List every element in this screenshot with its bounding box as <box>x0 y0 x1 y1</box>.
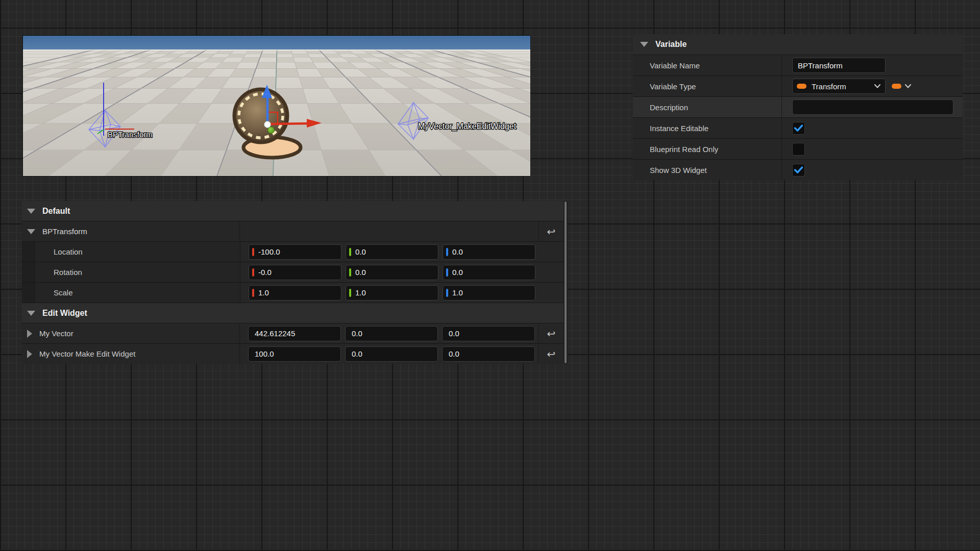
scale-y-input[interactable]: 1.0 <box>346 285 438 300</box>
my-vector-label: My Vector <box>39 329 74 338</box>
my-vector-make-edit-widget-row: My Vector Make Edit Widget 100.0 0.0 0.0… <box>22 344 564 364</box>
rotation-row: Rotation -0.0 0.0 0.0 <box>22 262 564 282</box>
expand-triangle-icon[interactable] <box>27 229 35 234</box>
check-icon <box>794 166 803 173</box>
revert-to-default-icon[interactable]: ↩ <box>547 329 556 339</box>
bptransform-actor-label: BPTransform <box>108 130 153 139</box>
z-axis-color-bar <box>446 248 448 256</box>
blueprint-read-only-checkbox[interactable] <box>792 143 805 156</box>
details-rows: Default BPTransform ↩ Location -100.0 0.… <box>22 201 564 364</box>
show-3d-widget-row: Show 3D Widget <box>633 160 963 180</box>
revert-to-default-icon[interactable]: ↩ <box>547 349 556 359</box>
my-vector-z-input[interactable]: 0.0 <box>442 326 535 341</box>
y-axis-color-bar <box>349 248 351 256</box>
location-row: Location -100.0 0.0 0.0 <box>22 242 564 262</box>
y-axis-color-bar <box>349 268 351 277</box>
my-vector-x-input[interactable]: 442.612245 <box>248 326 341 341</box>
preview-viewport[interactable]: BPTransform MyVecto <box>22 35 531 177</box>
description-row: Description <box>633 97 963 117</box>
container-type-dropdown[interactable] <box>892 84 911 89</box>
indent-gutter <box>22 283 35 303</box>
variable-section-title: Variable <box>655 40 687 49</box>
sky <box>23 36 530 49</box>
rotation-x-input[interactable]: -0.0 <box>249 265 341 280</box>
collapse-triangle-icon[interactable] <box>27 350 32 358</box>
variable-type-row: Variable Type Transform <box>633 76 963 96</box>
my-vector-make-edit-widget-label: My Vector Make Edit Widget <box>39 349 135 358</box>
edit-widget-category-header[interactable]: Edit Widget <box>22 303 564 323</box>
chevron-down-icon <box>874 84 880 88</box>
blueprint-editor-background: BPTransform MyVecto <box>0 0 980 551</box>
description-label: Description <box>650 103 688 112</box>
location-label: Location <box>54 247 83 256</box>
default-category-header[interactable]: Default <box>22 201 564 221</box>
z-axis-color-bar <box>446 289 448 297</box>
collapse-triangle-icon[interactable] <box>27 330 32 338</box>
x-axis-color-bar <box>252 248 254 256</box>
x-axis-color-bar <box>252 268 254 277</box>
variable-name-label: Variable Name <box>650 61 700 70</box>
instance-editable-label: Instance Editable <box>650 124 708 133</box>
indent-gutter <box>22 242 35 262</box>
z-axis-color-bar <box>446 268 448 277</box>
scale-row: Scale 1.0 1.0 1.0 <box>22 283 564 303</box>
blueprint-read-only-label: Blueprint Read Only <box>650 145 718 154</box>
expand-triangle-icon[interactable] <box>27 209 35 214</box>
scale-z-input[interactable]: 1.0 <box>443 285 535 300</box>
edit-widget-category-title: Edit Widget <box>42 309 87 318</box>
variable-type-label: Variable Type <box>650 82 696 91</box>
scale-x-input[interactable]: 1.0 <box>249 285 341 300</box>
expand-triangle-icon[interactable] <box>27 311 35 316</box>
my-vector-row: My Vector 442.612245 0.0 0.0 ↩ <box>22 323 564 343</box>
variable-name-input[interactable]: BPTransform <box>792 58 886 73</box>
location-z-input[interactable]: 0.0 <box>443 244 535 260</box>
horizon-haze <box>23 49 530 51</box>
expand-triangle-icon[interactable] <box>640 42 648 47</box>
instance-editable-checkbox[interactable] <box>792 122 805 135</box>
rotation-label: Rotation <box>54 268 82 277</box>
instance-editable-row: Instance Editable <box>633 118 963 138</box>
blueprint-read-only-row: Blueprint Read Only <box>633 139 963 159</box>
variable-type-dropdown[interactable]: Transform <box>792 79 886 94</box>
scrollbar-thumb[interactable] <box>565 202 567 363</box>
default-category-title: Default <box>42 207 70 216</box>
details-panel: Default BPTransform ↩ Location -100.0 0.… <box>22 201 568 364</box>
y-axis-color-bar <box>349 289 351 297</box>
viewport-scene: BPTransform MyVecto <box>23 36 530 176</box>
container-type-pill-icon <box>892 84 901 89</box>
details-scrollbar[interactable] <box>564 201 568 364</box>
transform-type-pill-icon <box>797 84 806 89</box>
description-input[interactable] <box>792 99 953 115</box>
variable-section-header[interactable]: Variable <box>633 34 963 55</box>
rotation-z-input[interactable]: 0.0 <box>443 265 535 280</box>
my-vector-make-edit-widget-z-input[interactable]: 0.0 <box>442 346 535 362</box>
scale-label: Scale <box>54 288 73 297</box>
my-vector-make-edit-widget-x-input[interactable]: 100.0 <box>248 346 341 362</box>
my-vector-y-input[interactable]: 0.0 <box>345 326 438 341</box>
gizmo-x-arrow[interactable] <box>268 123 309 124</box>
location-x-input[interactable]: -100.0 <box>249 244 341 260</box>
rotation-y-input[interactable]: 0.0 <box>346 265 438 280</box>
show-3d-widget-label: Show 3D Widget <box>650 166 707 174</box>
my-vector-make-edit-widget-y-input[interactable]: 0.0 <box>345 346 438 362</box>
variable-panel: Variable Variable Name BPTransform Varia… <box>633 34 963 180</box>
show-3d-widget-checkbox[interactable] <box>792 164 805 177</box>
location-y-input[interactable]: 0.0 <box>346 244 438 260</box>
indent-gutter <box>22 262 35 282</box>
variable-name-row: Variable Name BPTransform <box>633 55 963 76</box>
bptransform-property-row: BPTransform ↩ <box>22 221 564 241</box>
chevron-down-icon <box>905 84 911 88</box>
bptransform-property-label: BPTransform <box>42 227 87 236</box>
myvector-actor-label: MyVector_MakeEditWidget <box>418 122 517 131</box>
revert-to-default-icon[interactable]: ↩ <box>547 227 556 237</box>
gizmo-origin[interactable] <box>264 121 271 128</box>
check-icon <box>794 124 803 132</box>
x-axis-color-bar <box>252 289 254 297</box>
